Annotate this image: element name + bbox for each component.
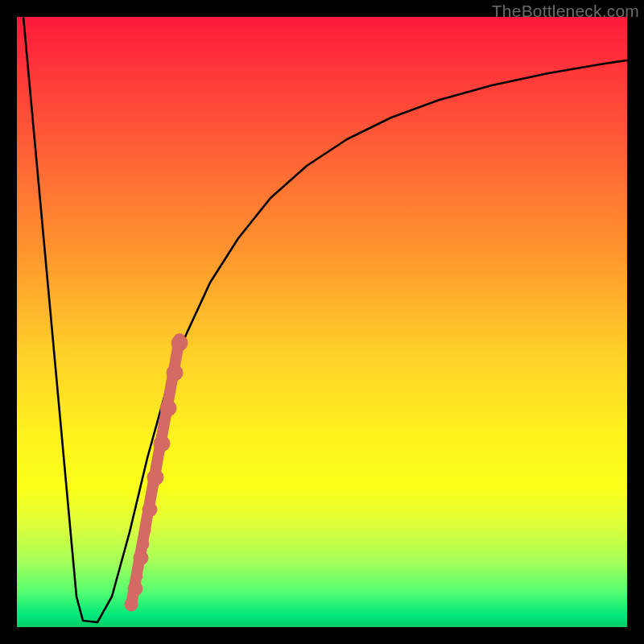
svg-point-5 xyxy=(138,539,149,550)
svg-point-12 xyxy=(171,335,188,351)
chart-plot-area xyxy=(17,17,627,627)
svg-point-1 xyxy=(125,598,138,611)
svg-point-6 xyxy=(141,526,151,535)
bottleneck-curve-line xyxy=(23,17,627,622)
highlighted-region xyxy=(125,335,188,611)
chart-frame: TheBottleneck.com xyxy=(0,0,644,644)
svg-point-9 xyxy=(154,436,170,452)
svg-point-10 xyxy=(160,400,176,416)
svg-point-3 xyxy=(133,572,142,581)
watermark-text: TheBottleneck.com xyxy=(492,2,639,21)
svg-point-11 xyxy=(167,365,183,381)
svg-point-7 xyxy=(142,502,157,517)
chart-svg xyxy=(17,17,627,627)
svg-point-4 xyxy=(134,551,148,565)
svg-point-8 xyxy=(147,469,163,485)
svg-point-2 xyxy=(128,581,142,596)
